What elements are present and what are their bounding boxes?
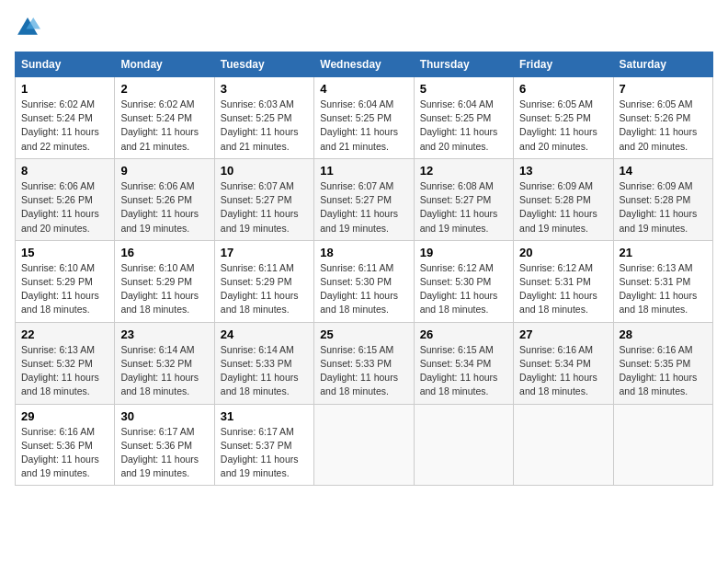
day-cell: 30Sunrise: 6:17 AM Sunset: 5:36 PM Dayli… bbox=[115, 404, 214, 486]
day-info: Sunrise: 6:05 AM Sunset: 5:25 PM Dayligh… bbox=[519, 98, 607, 154]
day-info: Sunrise: 6:16 AM Sunset: 5:34 PM Dayligh… bbox=[519, 343, 607, 399]
day-cell: 28Sunrise: 6:16 AM Sunset: 5:35 PM Dayli… bbox=[613, 322, 712, 404]
day-number: 23 bbox=[120, 327, 208, 341]
day-cell: 25Sunrise: 6:15 AM Sunset: 5:33 PM Dayli… bbox=[314, 322, 414, 404]
day-number: 30 bbox=[120, 409, 208, 423]
col-header-saturday: Saturday bbox=[613, 52, 712, 77]
day-cell: 20Sunrise: 6:12 AM Sunset: 5:31 PM Dayli… bbox=[514, 240, 613, 322]
day-number: 26 bbox=[420, 327, 507, 341]
day-info: Sunrise: 6:04 AM Sunset: 5:25 PM Dayligh… bbox=[420, 98, 507, 154]
day-number: 25 bbox=[320, 327, 407, 341]
day-number: 9 bbox=[120, 164, 208, 178]
day-number: 5 bbox=[420, 82, 507, 96]
day-cell: 17Sunrise: 6:11 AM Sunset: 5:29 PM Dayli… bbox=[214, 240, 313, 322]
day-number: 7 bbox=[620, 82, 707, 96]
day-cell: 23Sunrise: 6:14 AM Sunset: 5:32 PM Dayli… bbox=[115, 322, 214, 404]
day-number: 18 bbox=[320, 246, 407, 259]
day-number: 16 bbox=[120, 246, 208, 259]
day-info: Sunrise: 6:12 AM Sunset: 5:31 PM Dayligh… bbox=[519, 261, 607, 317]
day-cell bbox=[414, 404, 513, 486]
day-info: Sunrise: 6:13 AM Sunset: 5:31 PM Dayligh… bbox=[620, 261, 707, 317]
day-number: 19 bbox=[420, 246, 507, 259]
day-cell: 7Sunrise: 6:05 AM Sunset: 5:26 PM Daylig… bbox=[613, 77, 712, 159]
day-cell: 27Sunrise: 6:16 AM Sunset: 5:34 PM Dayli… bbox=[514, 322, 613, 404]
day-number: 31 bbox=[221, 409, 308, 423]
day-cell: 24Sunrise: 6:14 AM Sunset: 5:33 PM Dayli… bbox=[214, 322, 313, 404]
day-info: Sunrise: 6:12 AM Sunset: 5:30 PM Dayligh… bbox=[420, 261, 507, 317]
day-number: 12 bbox=[420, 164, 507, 178]
day-info: Sunrise: 6:06 AM Sunset: 5:26 PM Dayligh… bbox=[21, 179, 108, 236]
day-cell: 14Sunrise: 6:09 AM Sunset: 5:28 PM Dayli… bbox=[613, 158, 712, 240]
day-number: 1 bbox=[21, 82, 108, 96]
day-info: Sunrise: 6:11 AM Sunset: 5:29 PM Dayligh… bbox=[221, 261, 308, 317]
day-info: Sunrise: 6:08 AM Sunset: 5:27 PM Dayligh… bbox=[420, 179, 507, 236]
day-info: Sunrise: 6:09 AM Sunset: 5:28 PM Dayligh… bbox=[620, 179, 707, 236]
day-cell: 12Sunrise: 6:08 AM Sunset: 5:27 PM Dayli… bbox=[414, 158, 513, 240]
day-info: Sunrise: 6:15 AM Sunset: 5:33 PM Dayligh… bbox=[320, 343, 407, 399]
day-cell: 29Sunrise: 6:16 AM Sunset: 5:36 PM Dayli… bbox=[16, 404, 115, 486]
day-cell: 22Sunrise: 6:13 AM Sunset: 5:32 PM Dayli… bbox=[16, 322, 115, 404]
day-number: 11 bbox=[320, 164, 407, 178]
day-cell: 4Sunrise: 6:04 AM Sunset: 5:25 PM Daylig… bbox=[314, 77, 414, 159]
day-number: 8 bbox=[21, 164, 108, 178]
day-number: 14 bbox=[620, 164, 707, 178]
week-row-2: 8Sunrise: 6:06 AM Sunset: 5:26 PM Daylig… bbox=[16, 158, 713, 240]
day-cell: 2Sunrise: 6:02 AM Sunset: 5:24 PM Daylig… bbox=[115, 77, 214, 159]
day-info: Sunrise: 6:09 AM Sunset: 5:28 PM Dayligh… bbox=[519, 179, 607, 236]
day-info: Sunrise: 6:14 AM Sunset: 5:33 PM Dayligh… bbox=[221, 343, 308, 399]
day-cell: 13Sunrise: 6:09 AM Sunset: 5:28 PM Dayli… bbox=[514, 158, 613, 240]
day-cell: 11Sunrise: 6:07 AM Sunset: 5:27 PM Dayli… bbox=[314, 158, 414, 240]
col-header-sunday: Sunday bbox=[16, 52, 115, 77]
day-info: Sunrise: 6:16 AM Sunset: 5:36 PM Dayligh… bbox=[21, 425, 108, 481]
week-row-3: 15Sunrise: 6:10 AM Sunset: 5:29 PM Dayli… bbox=[16, 240, 713, 322]
day-info: Sunrise: 6:17 AM Sunset: 5:36 PM Dayligh… bbox=[120, 425, 208, 481]
day-number: 21 bbox=[620, 246, 707, 259]
col-header-wednesday: Wednesday bbox=[314, 52, 414, 77]
day-info: Sunrise: 6:16 AM Sunset: 5:35 PM Dayligh… bbox=[620, 343, 707, 399]
day-cell: 8Sunrise: 6:06 AM Sunset: 5:26 PM Daylig… bbox=[16, 158, 115, 240]
day-info: Sunrise: 6:15 AM Sunset: 5:34 PM Dayligh… bbox=[420, 343, 507, 399]
day-number: 22 bbox=[21, 327, 108, 341]
day-info: Sunrise: 6:03 AM Sunset: 5:25 PM Dayligh… bbox=[221, 98, 308, 154]
day-cell: 10Sunrise: 6:07 AM Sunset: 5:27 PM Dayli… bbox=[214, 158, 313, 240]
col-header-tuesday: Tuesday bbox=[214, 52, 313, 77]
day-number: 24 bbox=[221, 327, 308, 341]
day-cell: 18Sunrise: 6:11 AM Sunset: 5:30 PM Dayli… bbox=[314, 240, 414, 322]
day-cell: 3Sunrise: 6:03 AM Sunset: 5:25 PM Daylig… bbox=[214, 77, 313, 159]
week-row-5: 29Sunrise: 6:16 AM Sunset: 5:36 PM Dayli… bbox=[16, 404, 713, 486]
col-header-friday: Friday bbox=[514, 52, 613, 77]
day-number: 4 bbox=[320, 82, 407, 96]
day-cell: 5Sunrise: 6:04 AM Sunset: 5:25 PM Daylig… bbox=[414, 77, 513, 159]
day-number: 2 bbox=[120, 82, 208, 96]
day-cell: 21Sunrise: 6:13 AM Sunset: 5:31 PM Dayli… bbox=[613, 240, 712, 322]
day-cell: 26Sunrise: 6:15 AM Sunset: 5:34 PM Dayli… bbox=[414, 322, 513, 404]
day-info: Sunrise: 6:02 AM Sunset: 5:24 PM Dayligh… bbox=[21, 98, 108, 154]
day-cell bbox=[613, 404, 712, 486]
day-info: Sunrise: 6:14 AM Sunset: 5:32 PM Dayligh… bbox=[120, 343, 208, 399]
week-row-4: 22Sunrise: 6:13 AM Sunset: 5:32 PM Dayli… bbox=[16, 322, 713, 404]
logo-icon bbox=[15, 15, 40, 40]
col-header-monday: Monday bbox=[115, 52, 214, 77]
day-info: Sunrise: 6:07 AM Sunset: 5:27 PM Dayligh… bbox=[320, 179, 407, 236]
day-cell: 31Sunrise: 6:17 AM Sunset: 5:37 PM Dayli… bbox=[214, 404, 313, 486]
day-info: Sunrise: 6:07 AM Sunset: 5:27 PM Dayligh… bbox=[221, 179, 308, 236]
day-cell: 16Sunrise: 6:10 AM Sunset: 5:29 PM Dayli… bbox=[115, 240, 214, 322]
day-number: 13 bbox=[519, 164, 607, 178]
day-cell: 15Sunrise: 6:10 AM Sunset: 5:29 PM Dayli… bbox=[16, 240, 115, 322]
day-info: Sunrise: 6:05 AM Sunset: 5:26 PM Dayligh… bbox=[620, 98, 707, 154]
day-cell: 6Sunrise: 6:05 AM Sunset: 5:25 PM Daylig… bbox=[514, 77, 613, 159]
day-info: Sunrise: 6:11 AM Sunset: 5:30 PM Dayligh… bbox=[320, 261, 407, 317]
day-cell: 9Sunrise: 6:06 AM Sunset: 5:26 PM Daylig… bbox=[115, 158, 214, 240]
day-info: Sunrise: 6:06 AM Sunset: 5:26 PM Dayligh… bbox=[120, 179, 208, 236]
calendar-header: SundayMondayTuesdayWednesdayThursdayFrid… bbox=[16, 52, 713, 77]
day-number: 20 bbox=[519, 246, 607, 259]
day-info: Sunrise: 6:02 AM Sunset: 5:24 PM Dayligh… bbox=[120, 98, 208, 154]
day-number: 29 bbox=[21, 409, 108, 423]
col-header-thursday: Thursday bbox=[414, 52, 513, 77]
day-number: 28 bbox=[620, 327, 707, 341]
day-cell: 1Sunrise: 6:02 AM Sunset: 5:24 PM Daylig… bbox=[16, 77, 115, 159]
day-info: Sunrise: 6:04 AM Sunset: 5:25 PM Dayligh… bbox=[320, 98, 407, 154]
calendar-table: SundayMondayTuesdayWednesdayThursdayFrid… bbox=[15, 52, 713, 486]
page-header bbox=[15, 15, 713, 40]
day-number: 10 bbox=[221, 164, 308, 178]
